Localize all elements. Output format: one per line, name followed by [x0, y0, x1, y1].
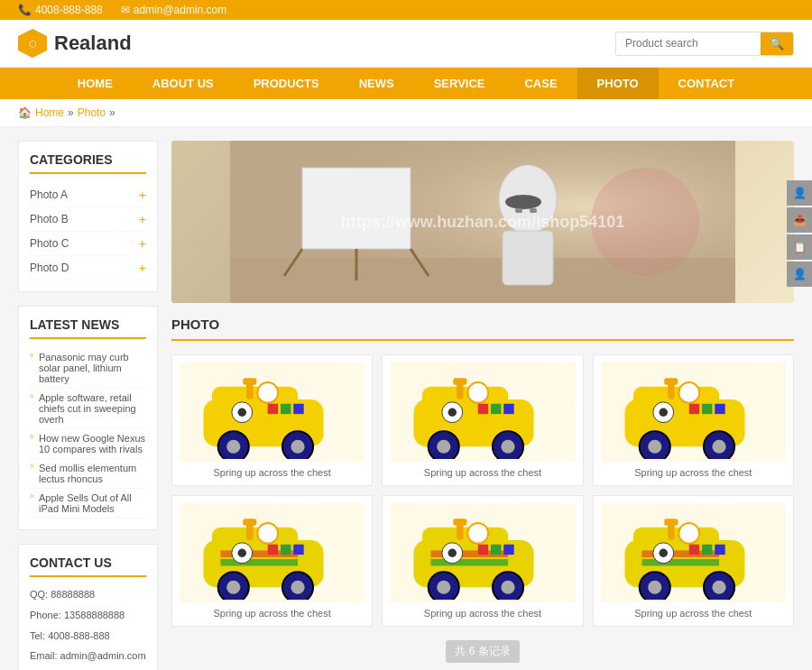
contact-title: CONTACT US [30, 555, 146, 577]
search-button[interactable]: 🔍 [761, 32, 793, 55]
nav-news[interactable]: NEWS [339, 68, 414, 99]
breadcrumb-photo[interactable]: Photo [78, 106, 106, 119]
categories-title: CATEGORIES [30, 152, 146, 174]
svg-rect-101 [702, 545, 712, 555]
nav-contact[interactable]: CONTACT [659, 68, 755, 99]
nav-service[interactable]: SERVICE [414, 68, 505, 99]
svg-rect-52 [689, 404, 699, 414]
svg-point-33 [468, 382, 489, 403]
svg-point-95 [678, 523, 699, 544]
svg-point-63 [258, 523, 279, 544]
logo: Realand [18, 29, 132, 58]
svg-point-44 [648, 439, 661, 453]
news-item-2[interactable]: How new Google Nexus 10 compares with ri… [30, 429, 146, 459]
breadcrumb: 🏠 Home » Photo » [0, 99, 812, 127]
photo-caption-3: Spring up across the chest [180, 608, 364, 619]
photo-item-3[interactable]: Spring up across the chest [171, 495, 373, 627]
cat-c-plus: + [139, 236, 146, 251]
photo-grid: Spring up across the chest [171, 354, 794, 627]
photo-caption-2: Spring up across the chest [601, 467, 786, 478]
search-input[interactable] [616, 32, 761, 54]
svg-rect-54 [715, 404, 724, 414]
svg-rect-40 [504, 404, 514, 414]
contact-info: QQ: 88888888 Phone: 13588888888 Tel: 400… [30, 586, 146, 670]
news-item-0[interactable]: Panasonic may curb solar panel, lithium … [30, 348, 146, 389]
photo-caption-0: Spring up across the chest [180, 467, 364, 478]
photo-caption-5: Spring up across the chest [601, 608, 786, 619]
sidebar-btn-profile[interactable]: 👤 [787, 262, 812, 287]
email-icon: ✉ [121, 4, 130, 16]
nav-photo[interactable]: PHOTO [577, 68, 659, 99]
nav-case[interactable]: CASE [504, 68, 577, 99]
svg-rect-102 [715, 545, 724, 555]
cat-c-label: Photo C [30, 237, 69, 250]
photo-thumb-2 [601, 363, 786, 462]
sidebar-item-photo-b[interactable]: Photo B + [30, 207, 146, 232]
photo-item-0[interactable]: Spring up across the chest [171, 354, 373, 486]
news-item-4[interactable]: Apple Sells Out of All iPad Mini Models [30, 489, 146, 519]
svg-rect-70 [293, 545, 303, 555]
hero-image: https://www.huzhan.com/ishop54101 [171, 141, 794, 303]
svg-rect-51 [664, 378, 678, 385]
logo-icon [18, 29, 47, 58]
contact-qq: QQ: 88888888 [30, 586, 146, 604]
photo-section-title: PHOTO [171, 317, 794, 341]
right-sidebar: 👤 📤 📋 👤 [787, 180, 812, 287]
sidebar-btn-user[interactable]: 👤 [787, 180, 812, 206]
contact-section: CONTACT US QQ: 88888888 Phone: 135888888… [18, 544, 158, 670]
news-item-3[interactable]: Sed mollis elementum lectus rhoncus [30, 459, 146, 489]
svg-point-49 [659, 408, 668, 417]
svg-point-46 [712, 439, 725, 453]
svg-rect-84 [478, 545, 488, 555]
svg-point-78 [502, 580, 515, 593]
svg-rect-11 [530, 208, 537, 213]
cat-b-plus: + [139, 212, 146, 226]
top-bar: 📞 4008-888-888 ✉ admin@admin.com [0, 0, 812, 20]
toy-car-svg-2 [605, 365, 781, 460]
sidebar-item-photo-d[interactable]: Photo D + [30, 256, 146, 280]
svg-rect-68 [268, 545, 278, 555]
svg-rect-22 [246, 382, 254, 399]
nav-products[interactable]: PRODUCTS [234, 68, 339, 99]
svg-point-18 [291, 439, 305, 453]
svg-point-30 [438, 439, 451, 453]
nav-home[interactable]: HOME [58, 68, 133, 99]
svg-rect-67 [243, 519, 256, 526]
svg-point-62 [291, 580, 305, 593]
photo-item-4[interactable]: Spring up across the chest [382, 495, 583, 627]
svg-rect-69 [281, 545, 291, 555]
news-item-1[interactable]: Apple software, retail chiefs cut in swe… [30, 389, 146, 429]
main-nav: HOME ABOUT US PRODUCTS NEWS SERVICE CASE… [0, 68, 812, 99]
contact-tel: Tel: 4008-888-888 [30, 628, 146, 646]
sidebar-item-photo-c[interactable]: Photo C + [30, 232, 146, 256]
svg-rect-83 [454, 519, 467, 526]
right-panel: https://www.huzhan.com/ishop54101 [171, 141, 794, 670]
photo-item-1[interactable]: Spring up across the chest [382, 354, 583, 486]
photo-item-5[interactable]: Spring up across the chest [593, 495, 794, 627]
contact-phone: Phone: 13588888888 [30, 607, 146, 625]
sidebar-btn-share[interactable]: 📤 [787, 207, 812, 233]
photo-thumb-4 [390, 503, 575, 602]
photo-caption-1: Spring up across the chest [390, 467, 575, 478]
svg-rect-85 [491, 545, 501, 555]
categories-section: CATEGORIES Photo A + Photo B + Photo C +… [18, 141, 158, 292]
svg-rect-53 [702, 404, 712, 414]
svg-point-32 [502, 439, 515, 453]
news-list: Panasonic may curb solar panel, lithium … [30, 348, 146, 519]
news-section: LATEST NEWS Panasonic may curb solar pan… [18, 306, 158, 530]
svg-point-65 [238, 548, 247, 557]
pagination: 共 6 条记录 [171, 640, 794, 663]
photo-item-2[interactable]: Spring up across the chest [593, 354, 794, 486]
breadcrumb-sep2: » [109, 106, 115, 119]
cat-b-label: Photo B [30, 213, 69, 225]
nav-about[interactable]: ABOUT US [133, 68, 234, 99]
breadcrumb-home[interactable]: Home [35, 106, 64, 119]
svg-rect-50 [668, 382, 675, 399]
svg-point-79 [468, 523, 489, 544]
svg-rect-24 [268, 404, 278, 414]
svg-point-8 [505, 195, 541, 209]
svg-rect-23 [243, 378, 256, 385]
sidebar-item-photo-a[interactable]: Photo A + [30, 183, 146, 207]
sidebar: CATEGORIES Photo A + Photo B + Photo C +… [18, 141, 158, 670]
sidebar-btn-list[interactable]: 📋 [787, 234, 812, 260]
